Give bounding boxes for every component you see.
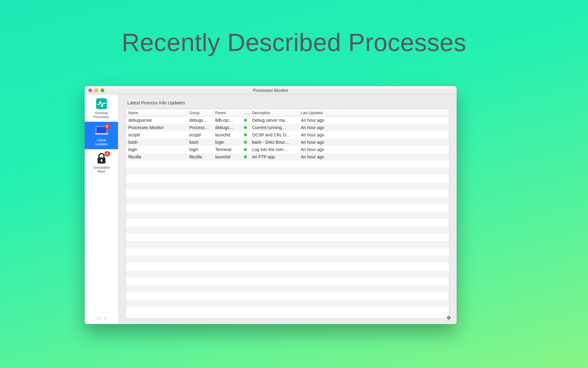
page-title: Recently Described Processes [0, 28, 588, 57]
minimize-icon[interactable] [94, 88, 98, 92]
cell-name: Processes Monitor [126, 125, 187, 130]
table-row-empty [126, 256, 449, 263]
cell-name: bash [126, 140, 187, 145]
svg-rect-2 [95, 133, 108, 135]
gear-icon [447, 316, 451, 320]
window-controls [85, 88, 104, 92]
cell-parent: login [213, 140, 241, 145]
table-row-empty [126, 278, 449, 285]
status-dot-icon [244, 148, 247, 151]
main-pane: Latest Process Info Updates Name Group P… [118, 95, 457, 324]
cell-parent: lldb-rpc… [213, 118, 241, 123]
cell-description: bash - GNU Bour… [250, 140, 298, 145]
col-status[interactable]: … [241, 111, 250, 115]
close-icon[interactable] [88, 88, 92, 92]
table-row[interactable]: filezillafilezillalaunchdAn FTP app.An h… [126, 153, 449, 161]
status-dot-icon [244, 155, 247, 158]
table-row-empty [126, 248, 449, 256]
cell-status [241, 119, 250, 122]
cell-parent: launchd [213, 132, 241, 137]
maximize-icon[interactable] [101, 88, 104, 92]
cell-status [241, 148, 250, 151]
table-row-empty [126, 212, 449, 219]
cell-group: bash [187, 140, 213, 145]
table-row-empty [126, 197, 449, 204]
cell-status [241, 141, 250, 144]
sidebar: Running Processes 6 Latest Updates [85, 95, 118, 324]
cell-name: login [126, 147, 187, 152]
cell-last-updated: An hour ago [298, 118, 343, 123]
table-row-empty [126, 300, 449, 307]
table-row[interactable]: Processes MonitorProcess…debugs…Current … [126, 124, 449, 131]
monitor-icon: 6 [95, 125, 108, 137]
cell-parent: launchd [213, 154, 241, 159]
cell-group: debugs… [187, 118, 213, 123]
cell-last-updated: An hour ago [298, 140, 343, 145]
table-row-empty [126, 234, 449, 241]
table-row-empty [126, 219, 449, 226]
cell-group: login [187, 147, 213, 152]
sidebar-item-latest-updates[interactable]: 6 Latest Updates [85, 122, 118, 149]
table-row-empty [126, 263, 449, 270]
version-label: v1.1 [85, 312, 118, 324]
cell-parent: debugs… [213, 125, 241, 130]
cell-description: An FTP app. [250, 154, 298, 159]
updates-table: Name Group Parent … Description Last Upd… [126, 109, 449, 319]
col-description[interactable]: Description [250, 111, 298, 115]
table-row-empty [126, 270, 449, 278]
cell-status [241, 133, 250, 136]
cell-group: filezilla [187, 154, 213, 159]
settings-button[interactable] [445, 314, 452, 321]
cell-description: Log into the com… [250, 147, 298, 152]
col-parent[interactable]: Parent [213, 111, 241, 115]
table-row-empty [126, 161, 449, 168]
cell-name: ocspd [126, 132, 187, 137]
table-row-empty [126, 241, 449, 248]
cell-name: filezilla [126, 154, 187, 159]
badge: 4 [105, 151, 110, 157]
cell-name: debugserver [126, 118, 187, 123]
cell-last-updated: An hour ago [298, 132, 343, 137]
table-row-empty [126, 175, 449, 182]
col-group[interactable]: Group [187, 111, 213, 115]
cell-last-updated: An hour ago [298, 154, 343, 159]
sidebar-item-running-processes[interactable]: Running Processes [85, 95, 118, 122]
status-dot-icon [244, 141, 247, 144]
table-row-empty [126, 204, 449, 212]
table-row-empty [126, 285, 449, 292]
status-dot-icon [244, 126, 247, 129]
col-name[interactable]: Name [126, 111, 187, 115]
cell-parent: Terminal [213, 147, 241, 152]
lock-icon: 4 [95, 152, 108, 164]
col-last-updated[interactable]: Last Updated [298, 111, 343, 115]
table-row[interactable]: bashbashloginbash - GNU Bour…An hour ago [126, 139, 449, 146]
sidebar-item-label: Latest Updates [95, 138, 108, 146]
table-row-empty [126, 292, 449, 300]
cell-description: Current running… [250, 125, 298, 130]
cell-status [241, 155, 250, 158]
sidebar-item-label: Running Processes [94, 111, 109, 119]
svg-rect-5 [101, 161, 102, 162]
badge: 6 [105, 124, 110, 129]
app-window: Processes Monitor Running Processes [85, 86, 457, 324]
cell-status [241, 126, 250, 129]
window-title: Processes Monitor [85, 88, 457, 93]
table-row-empty [126, 182, 449, 190]
cell-last-updated: An hour ago [298, 125, 343, 130]
status-dot-icon [244, 119, 247, 122]
cell-description: OCSP and CRL D… [250, 132, 298, 137]
table-row-empty [126, 226, 449, 234]
table-row[interactable]: loginloginTerminalLog into the com…An ho… [126, 146, 449, 153]
cell-last-updated: An hour ago [298, 147, 343, 152]
sidebar-item-uninstalled-apps[interactable]: 4 Uninstalled Apps [85, 149, 118, 176]
table-body[interactable]: debugserverdebugs…lldb-rpc…Debug server … [126, 117, 449, 318]
table-row[interactable]: ocspdocspdlaunchdOCSP and CRL D…An hour … [126, 131, 449, 139]
status-dot-icon [244, 133, 247, 136]
cell-group: ocspd [187, 132, 213, 137]
table-row[interactable]: debugserverdebugs…lldb-rpc…Debug server … [126, 117, 449, 124]
activity-icon [95, 98, 108, 110]
cell-description: Debug server ma… [250, 118, 298, 123]
table-header: Name Group Parent … Description Last Upd… [126, 109, 449, 117]
sidebar-item-label: Uninstalled Apps [93, 166, 109, 173]
cell-group: Process… [187, 125, 213, 130]
